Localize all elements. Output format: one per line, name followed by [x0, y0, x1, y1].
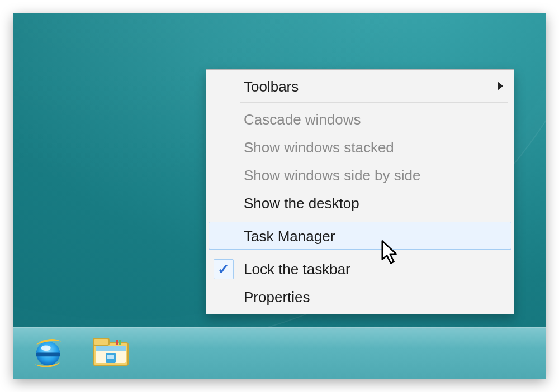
internet-explorer-icon — [31, 335, 65, 372]
desktop-wallpaper: ToolbarsCascade windowsShow windows stac… — [13, 13, 546, 379]
menu-item-properties[interactable]: Properties — [209, 283, 511, 310]
checkmark-icon: ✓ — [214, 259, 234, 279]
svg-rect-5 — [96, 346, 126, 351]
menu-separator — [240, 102, 508, 103]
menu-item-label: Lock the taskbar — [244, 261, 350, 278]
taskbar-app-ie[interactable] — [28, 335, 68, 372]
screenshot-frame: ToolbarsCascade windowsShow windows stac… — [13, 13, 546, 379]
menu-item-label: Properties — [244, 289, 310, 305]
menu-item-cascade: Cascade windows — [209, 105, 511, 133]
menu-item-label: Task Manager — [244, 228, 335, 245]
menu-item-taskmanager[interactable]: Task Manager — [209, 222, 511, 250]
menu-separator — [240, 219, 508, 219]
menu-item-sidebyside: Show windows side by side — [209, 161, 511, 189]
menu-item-label: Show the desktop — [244, 195, 359, 212]
taskbar[interactable] — [13, 327, 546, 379]
svg-rect-9 — [119, 340, 121, 345]
menu-item-showdesktop[interactable]: Show the desktop — [209, 189, 511, 217]
svg-rect-3 — [93, 338, 109, 345]
taskbar-app-explorer[interactable] — [91, 335, 131, 372]
taskbar-context-menu: ToolbarsCascade windowsShow windows stac… — [206, 69, 514, 314]
svg-point-1 — [41, 345, 50, 351]
menu-item-label: Show windows stacked — [244, 139, 394, 156]
submenu-arrow-icon — [498, 82, 503, 90]
menu-item-toolbars[interactable]: Toolbars — [209, 72, 511, 100]
menu-item-label: Toolbars — [244, 78, 299, 95]
svg-rect-8 — [116, 340, 118, 345]
svg-rect-7 — [107, 355, 114, 359]
menu-item-stacked: Show windows stacked — [209, 133, 511, 161]
menu-item-locktaskbar[interactable]: Lock the taskbar✓ — [209, 255, 511, 283]
menu-separator — [240, 252, 508, 252]
file-explorer-icon — [91, 336, 130, 371]
menu-item-label: Show windows side by side — [244, 167, 421, 184]
menu-item-label: Cascade windows — [244, 111, 361, 128]
